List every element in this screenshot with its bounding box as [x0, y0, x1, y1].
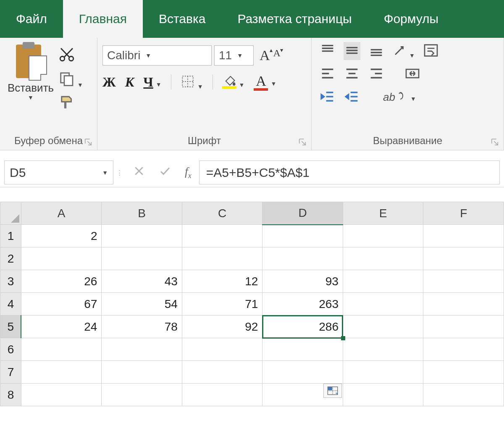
cell-F2[interactable]	[423, 247, 504, 270]
decrease-font-icon[interactable]: A▾	[273, 47, 281, 63]
select-all-corner[interactable]	[0, 202, 21, 225]
borders-button[interactable]: ▼	[181, 74, 203, 90]
cell-C2[interactable]	[182, 247, 262, 270]
increase-font-icon[interactable]: A▴	[260, 47, 271, 63]
row-header-4[interactable]: 4	[0, 293, 21, 316]
cell-B8[interactable]	[102, 384, 182, 406]
cell-D7[interactable]	[262, 361, 343, 384]
cell-grid[interactable]: ABCDEF1223264312934675471263524789228667…	[0, 202, 504, 406]
cell-A2[interactable]	[21, 247, 102, 270]
tab-file[interactable]: Файл	[0, 0, 63, 38]
cell-B1[interactable]	[102, 225, 182, 247]
increase-indent-icon[interactable]	[344, 88, 360, 106]
cell-C4[interactable]: 71	[182, 293, 262, 316]
paste-button[interactable]: Вставить	[8, 82, 54, 95]
cell-E7[interactable]	[343, 361, 423, 384]
column-header-A[interactable]: A	[21, 202, 102, 225]
wrap-text-icon[interactable]	[423, 42, 439, 60]
cancel-edit-icon[interactable]	[133, 165, 145, 180]
cell-C3[interactable]: 12	[182, 270, 262, 293]
align-top-icon[interactable]	[319, 42, 336, 60]
tab-formulas[interactable]: Формулы	[368, 0, 455, 38]
align-center-icon[interactable]	[344, 65, 360, 83]
cell-B6[interactable]	[102, 338, 182, 361]
underline-button[interactable]: Ч▼	[143, 74, 161, 90]
cell-A4[interactable]: 67	[21, 293, 102, 316]
cell-B5[interactable]: 78	[102, 316, 182, 338]
cell-F3[interactable]	[423, 270, 504, 293]
merge-cells-icon[interactable]	[404, 65, 421, 83]
name-box[interactable]: D5 ▼	[4, 160, 113, 184]
tab-home[interactable]: Главная	[63, 0, 143, 38]
cell-F8[interactable]	[423, 384, 504, 406]
cell-D4[interactable]: 263	[262, 293, 343, 316]
column-header-B[interactable]: B	[102, 202, 182, 225]
fill-color-button[interactable]: ▼	[222, 75, 245, 89]
cell-B4[interactable]: 54	[102, 293, 182, 316]
cell-A3[interactable]: 26	[21, 270, 102, 293]
confirm-edit-icon[interactable]	[159, 165, 171, 180]
align-middle-icon[interactable]	[344, 42, 360, 60]
font-size-combo[interactable]: 11▼	[214, 45, 254, 66]
cell-E3[interactable]	[343, 270, 423, 293]
cell-F1[interactable]	[423, 225, 504, 247]
bold-button[interactable]: Ж	[102, 74, 116, 90]
cell-C7[interactable]	[182, 361, 262, 384]
cell-E2[interactable]	[343, 247, 423, 270]
row-header-6[interactable]: 6	[0, 338, 21, 361]
cell-B7[interactable]	[102, 361, 182, 384]
row-header-3[interactable]: 3	[0, 270, 21, 293]
align-right-icon[interactable]	[368, 65, 385, 83]
cell-C6[interactable]	[182, 338, 262, 361]
name-box-dropdown[interactable]: ▼	[102, 170, 108, 176]
tab-insert[interactable]: Вставка	[143, 0, 222, 38]
align-bottom-icon[interactable]	[368, 42, 385, 60]
cell-B3[interactable]: 43	[102, 270, 182, 293]
font-name-combo[interactable]: Calibri▼	[102, 45, 212, 66]
format-painter-icon[interactable]	[58, 94, 76, 113]
tab-page-layout[interactable]: Разметка страницы	[221, 0, 368, 38]
cell-C5[interactable]: 92	[182, 316, 262, 338]
cell-E4[interactable]	[343, 293, 423, 316]
cell-D6[interactable]	[262, 338, 343, 361]
cell-F6[interactable]	[423, 338, 504, 361]
cell-E8[interactable]	[343, 384, 423, 406]
cell-E6[interactable]	[343, 338, 423, 361]
cell-A7[interactable]	[21, 361, 102, 384]
cell-C1[interactable]	[182, 225, 262, 247]
row-header-8[interactable]: 8	[0, 384, 21, 406]
font-launcher-icon[interactable]	[299, 138, 306, 146]
cut-icon[interactable]	[58, 45, 76, 64]
orientation-ab-button[interactable]: ab ▼	[383, 91, 416, 104]
cell-E5[interactable]	[343, 316, 423, 338]
cell-A5[interactable]: 24	[21, 316, 102, 338]
paste-icon[interactable]	[14, 42, 47, 81]
row-header-7[interactable]: 7	[0, 361, 21, 384]
cell-F7[interactable]	[423, 361, 504, 384]
cell-C8[interactable]	[182, 384, 262, 406]
cell-F4[interactable]	[423, 293, 504, 316]
row-header-1[interactable]: 1	[0, 225, 21, 247]
column-header-E[interactable]: E	[343, 202, 423, 225]
cell-A8[interactable]	[21, 384, 102, 406]
cell-B2[interactable]	[102, 247, 182, 270]
cell-A1[interactable]: 2	[21, 225, 102, 247]
orientation-button[interactable]: ▼	[392, 43, 415, 59]
italic-button[interactable]: К	[125, 74, 134, 90]
column-header-D[interactable]: D	[262, 202, 343, 225]
cell-D5[interactable]: 286	[262, 316, 343, 338]
paste-dropdown[interactable]: ▼	[28, 95, 34, 100]
align-left-icon[interactable]	[319, 65, 336, 83]
font-color-button[interactable]: A▼	[254, 73, 276, 91]
column-header-C[interactable]: C	[182, 202, 262, 225]
row-header-5[interactable]: 5	[0, 316, 21, 338]
formula-bar[interactable]: =A5+B5+C5*$A$1	[199, 160, 500, 184]
cell-D1[interactable]	[262, 225, 343, 247]
cell-D2[interactable]	[262, 247, 343, 270]
insert-function-icon[interactable]: fx	[185, 165, 192, 180]
decrease-indent-icon[interactable]	[319, 88, 336, 106]
row-header-2[interactable]: 2	[0, 247, 21, 270]
cell-E1[interactable]	[343, 225, 423, 247]
cell-F5[interactable]	[423, 316, 504, 338]
autofill-options-icon[interactable]	[323, 384, 342, 398]
